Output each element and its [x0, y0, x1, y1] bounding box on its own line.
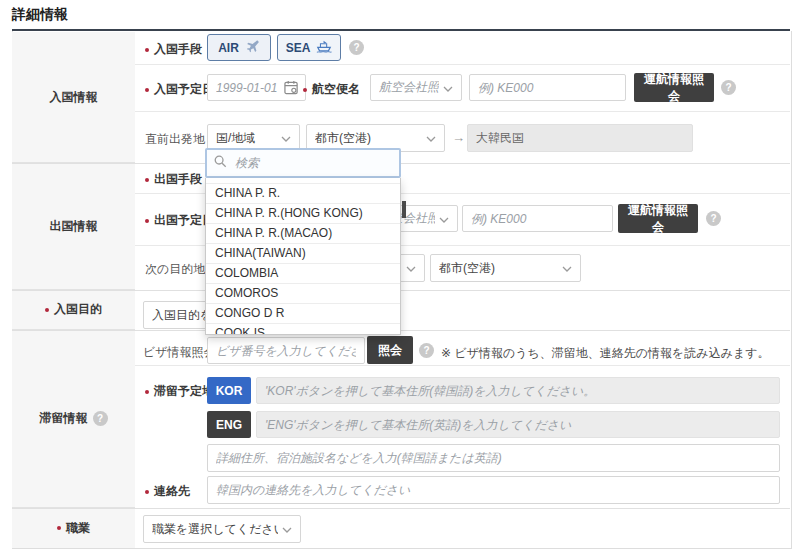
section-stay-info: 滞留情報 ? — [12, 330, 135, 508]
entry-date-label: 入国予定日 — [145, 81, 214, 98]
required-dot — [45, 308, 49, 312]
required-dot — [145, 490, 149, 494]
address-korean-input[interactable] — [256, 377, 780, 404]
country-search-input[interactable] — [233, 155, 377, 171]
chevron-down-icon — [443, 81, 453, 95]
country-option[interactable]: CHINA P. R. — [206, 184, 400, 204]
required-dot — [145, 390, 149, 394]
dropdown-scrollbar-thumb[interactable] — [402, 201, 406, 218]
required-dot — [145, 219, 149, 223]
section-stay-info-label: 滞留情報 — [40, 410, 88, 427]
section-entry-info-label: 入国情報 — [50, 89, 98, 106]
required-dot — [303, 88, 307, 92]
departure-flight-lookup-button[interactable]: 運航情報照会 — [618, 204, 698, 233]
divider — [135, 64, 790, 65]
entry-flight-number-input[interactable] — [469, 74, 626, 101]
required-dot — [145, 48, 149, 52]
next-destination-city-select[interactable]: 都市(空港) — [430, 254, 581, 282]
chevron-down-icon — [282, 522, 292, 536]
country-option[interactable]: CHINA P. R.(HONG KONG) — [206, 204, 400, 224]
divider — [12, 163, 790, 164]
address-english-input[interactable] — [256, 411, 780, 438]
contact-input[interactable] — [207, 476, 780, 504]
departure-method-label: 出国手段 — [145, 171, 202, 188]
section-job: 職業 — [12, 508, 135, 548]
help-icon[interactable]: ? — [349, 40, 364, 55]
divider — [12, 330, 790, 331]
page-title: 詳細情報 — [12, 6, 68, 24]
divider — [12, 290, 790, 291]
chevron-down-icon — [439, 212, 449, 226]
chevron-down-icon — [562, 261, 572, 275]
divider — [135, 111, 790, 112]
arrow-right-icon: → — [452, 130, 465, 145]
section-departure-info-label: 出国情報 — [50, 218, 98, 235]
eng-address-button[interactable]: ENG — [207, 411, 251, 438]
kor-address-button[interactable]: KOR — [207, 377, 251, 404]
flight-number-label: 航空便名 — [303, 81, 360, 98]
divider — [135, 365, 790, 366]
chevron-down-icon — [406, 261, 416, 275]
next-destination-label: 次の目的地 — [145, 261, 205, 278]
help-icon[interactable]: ? — [706, 211, 721, 226]
entry-airline-select[interactable]: 航空会社照会 — [370, 74, 462, 101]
country-dropdown-panel: CHILE CHINA P. R. CHINA P. R.(HONG KONG)… — [205, 148, 401, 335]
search-icon — [214, 155, 227, 171]
required-dot — [145, 178, 149, 182]
section-job-label: 職業 — [66, 520, 90, 537]
contact-label: 連絡先 — [145, 483, 190, 500]
required-dot — [57, 526, 61, 530]
job-select[interactable]: 職業を選択してください — [143, 515, 301, 543]
calendar-icon[interactable] — [284, 80, 299, 98]
address-detail-input[interactable] — [207, 444, 780, 472]
stay-address-label: 滞留予定地 — [145, 383, 214, 400]
visa-lookup-button[interactable]: 照会 — [367, 336, 413, 364]
entry-method-label: 入国手段 — [145, 41, 202, 58]
required-dot — [145, 88, 149, 92]
entry-flight-lookup-button[interactable]: 運航情報照会 — [634, 73, 714, 102]
keta-detail-form: 詳細情報 入国情報 出国情報 入国目的 滞留情報 ? 職業 入国手段 AIR S… — [0, 0, 800, 558]
departure-date-label: 出国予定日 — [145, 212, 214, 229]
help-icon[interactable]: ? — [419, 343, 434, 358]
entry-method-air-button[interactable]: AIR — [207, 34, 271, 61]
country-option[interactable]: COOK IS. — [206, 324, 400, 335]
country-list: CHILE CHINA P. R. CHINA P. R.(HONG KONG)… — [205, 178, 401, 335]
departure-flight-number-input[interactable] — [462, 205, 613, 232]
visa-number-input[interactable] — [207, 337, 365, 364]
country-option[interactable]: COMOROS — [206, 284, 400, 304]
origin-destination-field: 大韓民国 — [467, 124, 693, 152]
visa-note: ※ ビザ情報のうち、滞留地、連絡先の情報を読み込みます。 — [441, 345, 769, 362]
air-button-label: AIR — [218, 41, 239, 55]
help-icon[interactable]: ? — [721, 80, 736, 95]
country-option[interactable]: CONGO D R — [206, 304, 400, 324]
ship-icon — [316, 39, 332, 56]
divider — [12, 508, 790, 509]
section-entry-info: 入国情報 — [12, 32, 135, 163]
help-icon[interactable]: ? — [93, 411, 108, 426]
section-departure-info: 出国情報 — [12, 163, 135, 290]
section-entry-purpose: 入国目的 — [12, 290, 135, 330]
entry-method-sea-button[interactable]: SEA — [277, 34, 341, 61]
chevron-down-icon — [281, 131, 291, 145]
country-option[interactable]: CHINA(TAIWAN) — [206, 244, 400, 264]
country-option[interactable]: CHINA P. R.(MACAO) — [206, 224, 400, 244]
origin-label: 直前出発地 — [145, 131, 205, 148]
sea-button-label: SEA — [286, 41, 311, 55]
visa-lookup-label: ビザ情報照会 — [143, 344, 216, 361]
country-option[interactable]: COLOMBIA — [206, 264, 400, 284]
chevron-down-icon — [426, 131, 436, 145]
plane-icon — [245, 39, 260, 57]
section-entry-purpose-label: 入国目的 — [54, 301, 102, 318]
country-search-box[interactable] — [205, 148, 401, 178]
